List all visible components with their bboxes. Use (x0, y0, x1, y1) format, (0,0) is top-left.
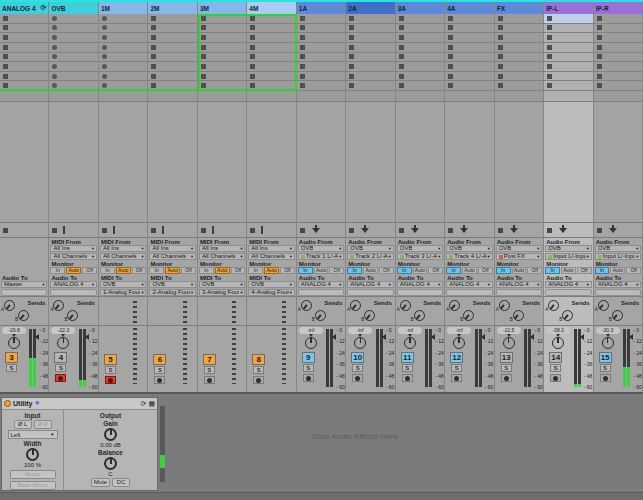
track-delay-box[interactable] (397, 289, 443, 296)
clip-slot-empty[interactable] (99, 91, 147, 102)
balance-value[interactable]: C (66, 471, 155, 477)
io-channel-select[interactable]: All Channels▼ (50, 253, 96, 260)
clip-slot-empty[interactable] (445, 91, 493, 102)
monitor-off-button[interactable]: Off (577, 267, 592, 274)
clip-slot[interactable] (346, 43, 394, 53)
send-a-knob[interactable]: A (598, 300, 609, 311)
volume-fader-handle[interactable] (32, 334, 39, 340)
track-header[interactable]: 1A (297, 2, 345, 14)
monitor-auto-button[interactable]: Auto (215, 267, 230, 274)
io-source-select[interactable]: All Ins▼ (199, 245, 245, 252)
io-dest-select[interactable]: OVB▼ (149, 281, 195, 288)
io-channel-select[interactable]: Input L/-Input R▼ (545, 253, 591, 260)
stop-clips-button[interactable] (52, 228, 57, 233)
peak-level-display[interactable]: -inf (447, 327, 471, 334)
clip-slot[interactable] (198, 62, 246, 72)
track-activator-button[interactable]: 15 (599, 352, 612, 363)
clip-slot[interactable] (495, 62, 543, 72)
arm-button[interactable] (501, 374, 512, 382)
io-source-select[interactable]: OVB▼ (496, 245, 542, 252)
clip-slot[interactable] (445, 62, 493, 72)
track-delay-box[interactable] (298, 289, 344, 296)
arm-button[interactable] (204, 376, 215, 384)
arm-button[interactable] (105, 376, 116, 384)
arm-button[interactable] (451, 374, 462, 382)
clip-slot-empty[interactable] (247, 91, 295, 102)
solo-button[interactable]: S (204, 366, 215, 374)
stop-clips-button[interactable] (448, 228, 453, 233)
clip-slot-empty[interactable] (49, 91, 97, 102)
clip-slot[interactable] (297, 62, 345, 72)
track-activator-button[interactable]: 6 (153, 354, 166, 365)
arm-button[interactable] (352, 374, 363, 382)
track-header[interactable]: IP-R (594, 2, 642, 14)
io-dest-channel-select[interactable]: 2-Analog Four▼ (149, 289, 195, 296)
clip-slot[interactable] (247, 24, 295, 34)
track-delay-box[interactable] (50, 289, 96, 296)
monitor-off-button[interactable]: Off (280, 267, 295, 274)
monitor-in-button[interactable]: In (100, 267, 115, 274)
clip-slot-empty[interactable] (297, 91, 345, 102)
clip-slot[interactable] (495, 81, 543, 91)
clip-slot-empty[interactable] (544, 91, 592, 102)
send-a-knob[interactable]: A (350, 300, 361, 311)
io-source-select[interactable]: OVB▼ (595, 245, 641, 252)
arm-button[interactable] (550, 374, 561, 382)
track-delay-box[interactable] (595, 289, 641, 296)
clip-slot[interactable] (544, 81, 592, 91)
io-source-select[interactable]: All Ins▼ (248, 245, 294, 252)
track-delay-box[interactable] (545, 289, 591, 296)
clip-slot[interactable] (247, 53, 295, 63)
device-activator-toggle[interactable] (4, 400, 11, 407)
volume-fader-handle[interactable] (379, 334, 386, 340)
clip-slot[interactable] (396, 62, 444, 72)
clip-slot[interactable] (198, 53, 246, 63)
monitor-auto-button[interactable]: Auto (561, 267, 576, 274)
track-header[interactable]: 2M (148, 2, 196, 14)
pan-knob[interactable] (8, 337, 20, 349)
monitor-in-button[interactable]: In (446, 267, 461, 274)
clip-slot[interactable] (297, 43, 345, 53)
clip-slot[interactable] (99, 33, 147, 43)
volume-fader-handle[interactable] (478, 334, 485, 340)
clip-slot[interactable] (297, 14, 345, 24)
solo-button[interactable]: S (550, 364, 561, 372)
track-header[interactable]: OVB (49, 2, 97, 14)
io-channel-select[interactable]: Input L/-Input R▼ (595, 253, 641, 260)
send-a-knob[interactable]: A (499, 300, 510, 311)
clip-slot[interactable] (297, 53, 345, 63)
volume-fader-handle[interactable] (527, 334, 534, 340)
clip-slot[interactable] (247, 62, 295, 72)
arm-button[interactable] (253, 376, 264, 384)
pan-knob[interactable] (503, 337, 515, 349)
track-activator-button[interactable]: 11 (401, 352, 414, 363)
clip-slot[interactable] (346, 53, 394, 63)
track-activator-button[interactable]: 14 (549, 352, 562, 363)
clip-slot[interactable] (445, 53, 493, 63)
track-activator-button[interactable]: 7 (203, 354, 216, 365)
clip-slot[interactable] (396, 24, 444, 34)
io-dest-select[interactable]: ANALOG 4▼ (595, 281, 641, 288)
monitor-in-button[interactable]: In (298, 267, 313, 274)
io-channel-select[interactable]: Post FX▼ (496, 253, 542, 260)
send-a-knob[interactable]: A (400, 300, 411, 311)
send-a-knob[interactable]: A (4, 300, 15, 311)
track-header[interactable]: ANALOG 4⟳ (0, 2, 48, 14)
peak-level-display[interactable]: -inf (348, 327, 372, 334)
stop-clips-button[interactable] (349, 228, 354, 233)
mono-button[interactable]: Mono (10, 470, 56, 479)
pan-knob[interactable] (354, 337, 366, 349)
clip-slot[interactable] (396, 14, 444, 24)
pan-knob[interactable] (453, 337, 465, 349)
send-b-knob[interactable]: B (513, 310, 524, 321)
send-a-knob[interactable]: A (548, 300, 559, 311)
io-dest-select[interactable]: OVB▼ (199, 281, 245, 288)
clip-slot[interactable] (396, 81, 444, 91)
pan-knob[interactable] (57, 337, 69, 349)
io-source-select[interactable]: OVB▼ (347, 245, 393, 252)
clip-slot[interactable] (346, 24, 394, 34)
width-knob[interactable] (26, 448, 39, 461)
clip-slot-empty[interactable] (594, 91, 642, 102)
stop-clips-button[interactable] (399, 228, 404, 233)
clip-slot[interactable] (544, 33, 592, 43)
